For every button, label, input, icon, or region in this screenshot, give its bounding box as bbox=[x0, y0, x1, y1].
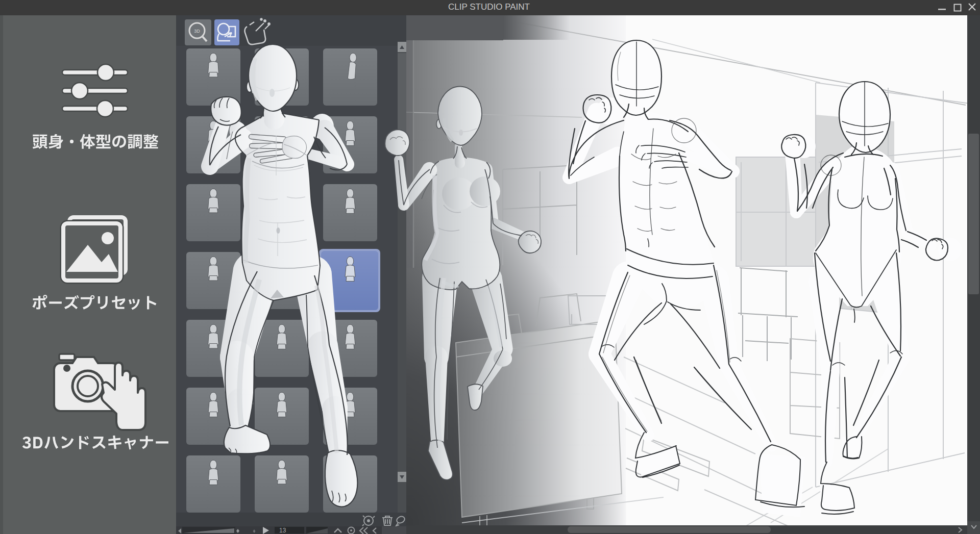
svg-text:CLIP STUDIO PAINT: CLIP STUDIO PAINT bbox=[448, 2, 530, 12]
svg-text:13: 13 bbox=[279, 527, 286, 534]
svg-text:3D: 3D bbox=[194, 29, 200, 34]
